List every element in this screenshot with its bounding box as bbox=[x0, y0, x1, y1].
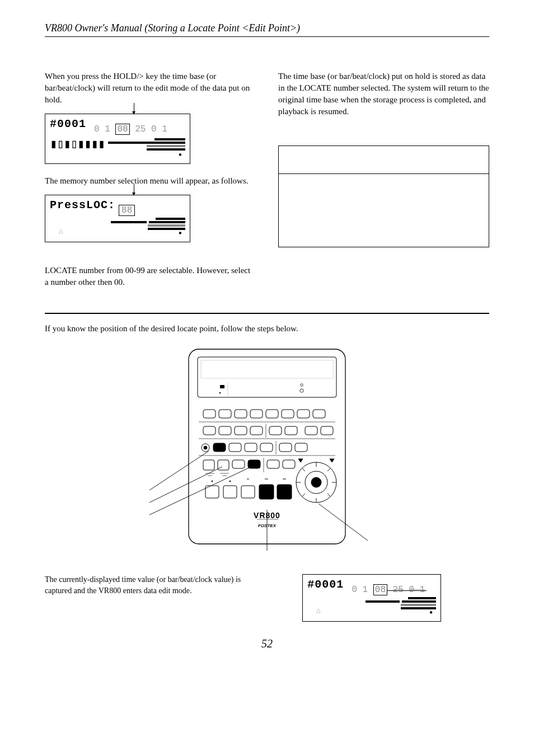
svg-rect-13 bbox=[282, 410, 294, 418]
notes-row-2 bbox=[279, 174, 489, 247]
svg-rect-15 bbox=[313, 410, 325, 418]
arrow-indicator bbox=[134, 103, 134, 114]
svg-rect-39 bbox=[232, 460, 245, 468]
svg-rect-46 bbox=[241, 486, 255, 498]
lcd3-program-number: #0001 bbox=[307, 578, 344, 591]
lcd1-time-seg2-boxed: 08 bbox=[115, 124, 129, 135]
svg-rect-45 bbox=[223, 486, 237, 498]
svg-rect-12 bbox=[266, 410, 278, 418]
svg-rect-35 bbox=[295, 443, 307, 452]
svg-rect-25 bbox=[321, 426, 333, 435]
lcd1-time-seg3: 25 bbox=[135, 124, 146, 134]
lcd1-time-seg4: 0 1 bbox=[151, 124, 167, 134]
svg-point-28 bbox=[204, 446, 207, 449]
svg-rect-43 bbox=[283, 460, 295, 468]
svg-rect-9 bbox=[219, 410, 231, 418]
lcd2-number-boxed: 88 bbox=[119, 205, 135, 216]
svg-rect-18 bbox=[219, 426, 231, 435]
left-column: When you press the HOLD/> key the time b… bbox=[45, 71, 256, 296]
svg-point-4 bbox=[219, 392, 221, 394]
svg-rect-42 bbox=[267, 460, 279, 468]
page-number: 52 bbox=[45, 637, 489, 650]
svg-rect-14 bbox=[297, 410, 310, 418]
svg-rect-10 bbox=[235, 410, 247, 418]
svg-rect-30 bbox=[229, 443, 241, 452]
svg-rect-40 bbox=[248, 460, 260, 468]
right-column: The time base (or bar/beat/clock) put on… bbox=[278, 71, 489, 296]
section-rule bbox=[45, 313, 489, 314]
page-header-title: VR800 Owner's Manual (Storing a Locate P… bbox=[45, 22, 489, 34]
svg-rect-19 bbox=[235, 426, 247, 435]
device-diagram: VR800 FOSTEX bbox=[45, 345, 489, 552]
header-rule bbox=[45, 36, 489, 37]
svg-rect-37 bbox=[203, 460, 214, 470]
svg-rect-17 bbox=[203, 426, 216, 435]
svg-rect-20 bbox=[250, 426, 263, 435]
device-svg: VR800 FOSTEX bbox=[149, 345, 385, 552]
svg-rect-31 bbox=[245, 443, 257, 452]
lcd3-meters bbox=[366, 597, 437, 609]
notes-row-1 bbox=[279, 146, 489, 174]
svg-rect-1 bbox=[198, 357, 336, 397]
svg-rect-3 bbox=[220, 385, 224, 388]
svg-rect-22 bbox=[269, 426, 282, 435]
left-para-3: LOCATE number from 00-99 are selectable.… bbox=[45, 265, 256, 288]
lcd-display-3: #0001 0 1 08 25 0 1 bbox=[302, 574, 441, 622]
right-para-1: The time base (or bar/beat/clock) put on… bbox=[278, 71, 489, 118]
svg-rect-8 bbox=[203, 410, 216, 418]
lcd-display-1: #0001 0 1 08 25 0 1 ▮▯▮▯▮▮▮▮ bbox=[45, 114, 190, 164]
svg-point-49 bbox=[212, 481, 213, 482]
lcd3-time-seg2-boxed: 08 bbox=[373, 584, 387, 595]
arrow-indicator bbox=[134, 184, 134, 195]
lcd3-time-seg1: 0 1 bbox=[352, 585, 368, 595]
svg-rect-38 bbox=[218, 460, 229, 470]
svg-rect-24 bbox=[305, 426, 317, 435]
two-column-section: When you press the HOLD/> key the time b… bbox=[45, 71, 489, 296]
lcd2-text: PressLOC: bbox=[50, 199, 115, 212]
notes-box bbox=[278, 145, 489, 247]
svg-rect-29 bbox=[213, 443, 226, 452]
lcd1-level-glyph: ▮▯▮▯▮▮▮▮ bbox=[50, 137, 105, 152]
svg-rect-34 bbox=[279, 443, 292, 452]
lcd3-time-seg3: 25 bbox=[393, 585, 404, 595]
bottom-row: The currently-displayed time value (or b… bbox=[45, 574, 489, 622]
left-para-1: When you press the HOLD/> key the time b… bbox=[45, 71, 256, 106]
svg-point-50 bbox=[229, 481, 231, 482]
lower-intro: If you know the position of the desired … bbox=[45, 324, 489, 334]
svg-rect-48 bbox=[277, 485, 292, 499]
lcd1-meters bbox=[108, 138, 185, 151]
lcd3-time-seg4: 0 1 bbox=[409, 585, 425, 595]
svg-rect-32 bbox=[260, 443, 273, 452]
lcd-display-2: PressLOC: 88 △• bbox=[45, 195, 190, 242]
left-para-2: The memory number selection menu will ap… bbox=[45, 175, 256, 187]
lcd1-program-number: #0001 bbox=[50, 118, 86, 130]
svg-rect-47 bbox=[259, 485, 274, 499]
svg-point-60 bbox=[311, 477, 321, 487]
lcd1-time-seg1: 0 1 bbox=[94, 124, 110, 134]
bottom-para: The currently-displayed time value (or b… bbox=[45, 574, 269, 596]
lcd2-meters bbox=[111, 218, 185, 230]
svg-rect-23 bbox=[285, 426, 297, 435]
svg-rect-11 bbox=[250, 410, 263, 418]
